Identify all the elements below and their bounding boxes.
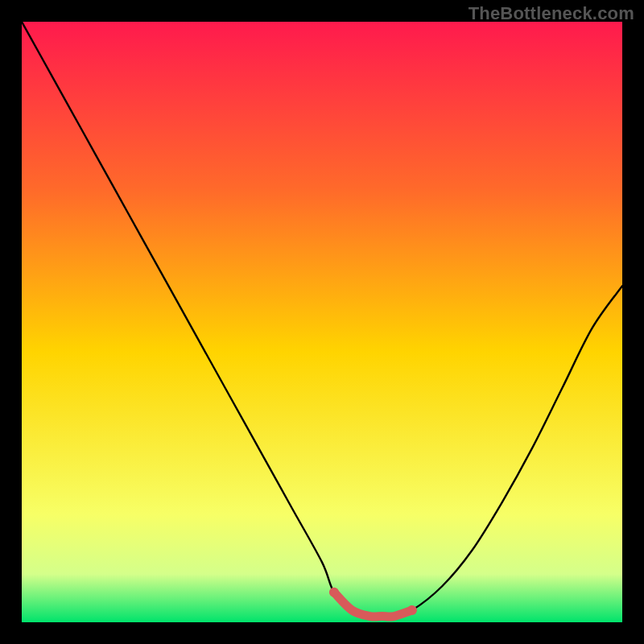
plot-area — [22, 22, 622, 622]
bottleneck-chart — [22, 22, 622, 622]
accent-endpoint-left — [329, 588, 339, 597]
gradient-background — [22, 22, 622, 622]
chart-frame: TheBottleneck.com — [0, 0, 644, 644]
accent-endpoint-right — [407, 605, 417, 615]
